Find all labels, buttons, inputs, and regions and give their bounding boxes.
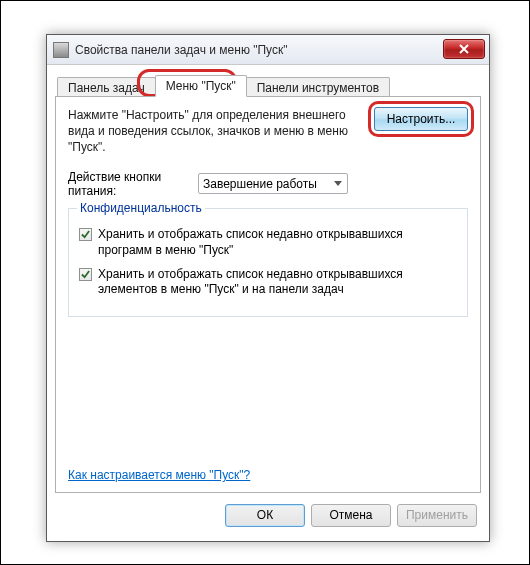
tab-start-menu[interactable]: Меню "Пуск" — [155, 75, 247, 97]
window-title: Свойства панели задач и меню "Пуск" — [75, 43, 288, 57]
configure-button[interactable]: Настроить... — [374, 107, 468, 131]
ok-button-label: ОК — [257, 508, 273, 522]
tab-page-start-menu: Нажмите "Настроить" для определения внеш… — [55, 96, 481, 493]
properties-dialog: Свойства панели задач и меню "Пуск" Пане… — [46, 34, 490, 542]
client-area: Панель задач Меню "Пуск" Панели инструме… — [55, 73, 481, 533]
chevron-down-icon — [329, 175, 346, 192]
dialog-footer: ОК Отмена Применить — [55, 497, 481, 533]
configure-button-label: Настроить... — [387, 112, 456, 126]
tab-toolbars[interactable]: Панели инструментов — [246, 77, 390, 98]
tab-taskbar[interactable]: Панель задач — [57, 77, 156, 98]
checkbox-row-programs: Хранить и отображать список недавно откр… — [79, 227, 457, 258]
check-icon — [81, 230, 90, 239]
checkbox-store-items[interactable] — [79, 268, 92, 281]
apply-button[interactable]: Применить — [397, 504, 477, 527]
checkbox-store-items-label: Хранить и отображать список недавно откр… — [98, 267, 457, 298]
cancel-button[interactable]: Отмена — [311, 504, 391, 527]
check-icon — [81, 270, 90, 279]
help-link[interactable]: Как настраивается меню "Пуск"? — [68, 468, 250, 482]
power-action-value: Завершение работы — [203, 177, 317, 191]
checkbox-store-programs-label: Хранить и отображать список недавно откр… — [98, 227, 457, 258]
cancel-button-label: Отмена — [329, 508, 372, 522]
privacy-group-title: Конфиденциальность — [77, 201, 205, 215]
description-text: Нажмите "Настроить" для определения внеш… — [68, 107, 364, 156]
close-button[interactable] — [443, 39, 485, 59]
power-action-select[interactable]: Завершение работы — [198, 173, 348, 194]
privacy-groupbox: Конфиденциальность Хранить и отображать … — [68, 208, 468, 316]
titlebar: Свойства панели задач и меню "Пуск" — [47, 35, 489, 65]
close-icon — [459, 44, 469, 54]
tab-strip: Панель задач Меню "Пуск" Панели инструме… — [55, 73, 481, 97]
description-row: Нажмите "Настроить" для определения внеш… — [68, 107, 468, 156]
power-action-row: Действие кнопки питания: Завершение рабо… — [68, 170, 468, 199]
checkbox-store-programs[interactable] — [79, 228, 92, 241]
window-icon — [53, 42, 69, 58]
apply-button-label: Применить — [406, 508, 468, 522]
power-action-label: Действие кнопки питания: — [68, 170, 180, 199]
ok-button[interactable]: ОК — [225, 504, 305, 527]
checkbox-row-items: Хранить и отображать список недавно откр… — [79, 267, 457, 298]
